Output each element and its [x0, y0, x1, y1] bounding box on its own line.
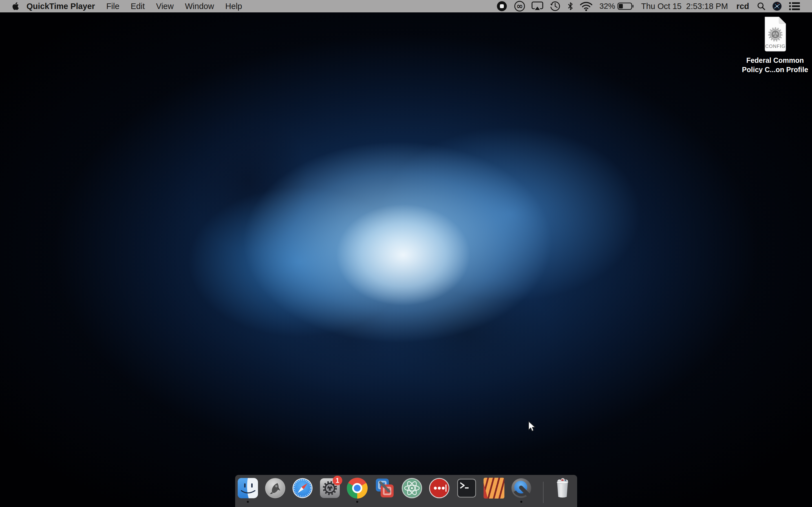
notification-badge: 1: [333, 476, 342, 485]
terminal-icon: [456, 478, 477, 499]
dock-finder[interactable]: [238, 478, 258, 499]
menu-bar: QuickTime Player File Edit View Window H…: [0, 0, 812, 12]
battery-icon[interactable]: [617, 3, 634, 10]
dock-separator: [543, 482, 544, 503]
spotlight-icon[interactable]: [757, 2, 765, 10]
dock-trash[interactable]: [552, 478, 573, 499]
apple-icon: [12, 2, 19, 10]
chrome-icon: [347, 478, 368, 499]
battery-percent[interactable]: 32%: [599, 2, 615, 11]
atom-icon: [402, 478, 422, 499]
menu-file[interactable]: File: [106, 2, 119, 11]
quicktime-icon: [511, 478, 532, 499]
config-document-icon: CONFIG: [762, 16, 788, 52]
dock-system-preferences[interactable]: 1: [319, 478, 340, 499]
airplay-icon[interactable]: [531, 1, 543, 11]
menu-help[interactable]: Help: [225, 2, 242, 11]
lastpass-icon: [429, 478, 450, 499]
dock-launchpad[interactable]: [265, 478, 286, 499]
menu-bar-left: QuickTime Player File Edit View Window H…: [0, 2, 242, 11]
trash-full-icon: [552, 478, 573, 499]
mouse-cursor: [528, 421, 538, 433]
dock-terminal[interactable]: [456, 478, 477, 499]
running-indicator: [520, 501, 522, 503]
fast-user-switch[interactable]: rcd: [737, 2, 749, 11]
running-indicator: [247, 501, 249, 503]
svg-text:∞: ∞: [516, 1, 523, 11]
avatar-icon[interactable]: [772, 1, 782, 11]
affinity-publisher-icon: [484, 478, 504, 499]
dock-quicktime-player[interactable]: [511, 478, 532, 499]
menu-edit[interactable]: Edit: [131, 2, 145, 11]
desktop-file-federal-common-policy[interactable]: CONFIG Federal Common Policy C...on Prof…: [738, 16, 812, 74]
dock-google-chrome[interactable]: [347, 478, 368, 499]
stop-recording-icon[interactable]: [496, 0, 508, 12]
bluetooth-icon[interactable]: [567, 2, 574, 11]
menu-bar-status: ∞ 32% Thu Oct 15 2:53:18 PM rcd: [490, 0, 800, 12]
svg-text:CONFIG: CONFIG: [765, 44, 785, 49]
apple-menu[interactable]: [12, 2, 19, 10]
dock-atom[interactable]: [402, 478, 422, 499]
dock: 1: [235, 475, 577, 507]
running-indicator: [356, 501, 358, 503]
active-app-menu[interactable]: QuickTime Player: [27, 2, 95, 11]
notification-list-icon[interactable]: [789, 2, 800, 10]
dock-affinity-publisher[interactable]: [484, 478, 504, 499]
launchpad-icon: [265, 478, 286, 499]
creative-cloud-icon[interactable]: ∞: [514, 0, 525, 12]
dock-vmware-fusion[interactable]: [374, 478, 395, 499]
finder-icon: [238, 478, 258, 499]
vmware-fusion-icon: [374, 478, 395, 499]
time-machine-icon[interactable]: [549, 0, 561, 12]
desktop-file-label: Federal Common Policy C...on Profile: [742, 56, 808, 74]
dock-lastpass[interactable]: [429, 478, 450, 499]
safari-icon: [292, 478, 313, 499]
desktop-wallpaper: QuickTime Player File Edit View Window H…: [0, 0, 812, 507]
wifi-icon[interactable]: [580, 1, 593, 11]
menu-bar-clock[interactable]: Thu Oct 15 2:53:18 PM: [641, 2, 728, 11]
menu-window[interactable]: Window: [185, 2, 214, 11]
menu-view[interactable]: View: [156, 2, 174, 11]
dock-safari[interactable]: [292, 478, 313, 499]
